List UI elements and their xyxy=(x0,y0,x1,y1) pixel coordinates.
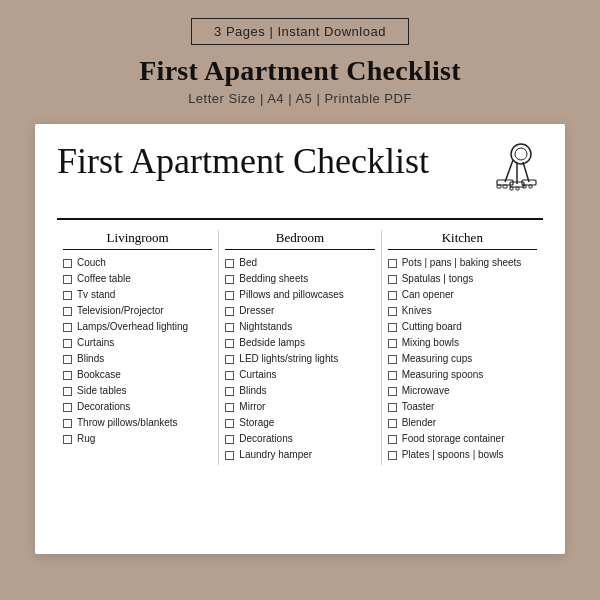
list-item: Blinds xyxy=(225,385,374,397)
list-item: Bedding sheets xyxy=(225,273,374,285)
item-label: Bookcase xyxy=(77,369,121,381)
checkbox[interactable] xyxy=(63,291,72,300)
item-label: Plates | spoons | bowls xyxy=(402,449,504,461)
column-livingroom: LivingroomCouchCoffee tableTv standTelev… xyxy=(57,230,219,465)
checkbox[interactable] xyxy=(63,323,72,332)
item-label: Curtains xyxy=(77,337,114,349)
list-item: Decorations xyxy=(225,433,374,445)
list-item: Curtains xyxy=(63,337,212,349)
item-label: Cutting board xyxy=(402,321,462,333)
checkbox[interactable] xyxy=(225,435,234,444)
checkbox[interactable] xyxy=(388,307,397,316)
checkbox[interactable] xyxy=(388,291,397,300)
checkbox[interactable] xyxy=(225,323,234,332)
list-item: Food storage container xyxy=(388,433,537,445)
item-label: Couch xyxy=(77,257,106,269)
item-label: Nightstands xyxy=(239,321,292,333)
checkbox[interactable] xyxy=(63,275,72,284)
subtitle: Letter Size | A4 | A5 | Printable PDF xyxy=(188,91,412,106)
item-label: Blinds xyxy=(239,385,266,397)
checkbox[interactable] xyxy=(388,259,397,268)
list-item: Cutting board xyxy=(388,321,537,333)
list-item: Pillows and pillowcases xyxy=(225,289,374,301)
svg-rect-13 xyxy=(529,185,532,188)
checkbox[interactable] xyxy=(388,451,397,460)
list-item: Throw pillows/blankets xyxy=(63,417,212,429)
item-label: Knives xyxy=(402,305,432,317)
checkbox[interactable] xyxy=(388,371,397,380)
checkbox[interactable] xyxy=(225,355,234,364)
checkbox[interactable] xyxy=(225,403,234,412)
checkbox[interactable] xyxy=(225,259,234,268)
item-label: Microwave xyxy=(402,385,450,397)
item-label: Can opener xyxy=(402,289,454,301)
svg-point-1 xyxy=(515,148,527,160)
checkbox[interactable] xyxy=(225,307,234,316)
list-item: Couch xyxy=(63,257,212,269)
svg-rect-4 xyxy=(497,185,501,188)
list-item: Bedside lamps xyxy=(225,337,374,349)
list-item: Measuring cups xyxy=(388,353,537,365)
list-item: Decorations xyxy=(63,401,212,413)
list-item: Microwave xyxy=(388,385,537,397)
item-label: Blender xyxy=(402,417,436,429)
checkbox[interactable] xyxy=(63,435,72,444)
checkbox[interactable] xyxy=(63,307,72,316)
item-label: Rug xyxy=(77,433,95,445)
checkbox[interactable] xyxy=(388,323,397,332)
list-item: Side tables xyxy=(63,385,212,397)
checkbox[interactable] xyxy=(388,419,397,428)
checkbox[interactable] xyxy=(63,339,72,348)
list-item: Can opener xyxy=(388,289,537,301)
svg-rect-5 xyxy=(503,185,507,188)
col-header-0: Livingroom xyxy=(63,230,212,250)
checkbox[interactable] xyxy=(63,403,72,412)
item-label: Dresser xyxy=(239,305,274,317)
checkbox[interactable] xyxy=(225,275,234,284)
doc-title: First Apartment Checklist xyxy=(57,142,483,182)
checkbox[interactable] xyxy=(388,339,397,348)
item-label: Curtains xyxy=(239,369,276,381)
col-header-1: Bedroom xyxy=(225,230,374,250)
list-item: Mixing bowls xyxy=(388,337,537,349)
checkbox[interactable] xyxy=(225,371,234,380)
list-item: Blinds xyxy=(63,353,212,365)
keys-icon xyxy=(483,142,543,212)
item-label: Bed xyxy=(239,257,257,269)
list-item: Spatulas | tongs xyxy=(388,273,537,285)
checkbox[interactable] xyxy=(388,403,397,412)
checkbox[interactable] xyxy=(225,387,234,396)
checkbox[interactable] xyxy=(225,451,234,460)
checkbox[interactable] xyxy=(225,291,234,300)
checkbox[interactable] xyxy=(63,355,72,364)
list-item: Bed xyxy=(225,257,374,269)
checkbox[interactable] xyxy=(388,387,397,396)
svg-line-2 xyxy=(505,160,513,182)
list-item: Television/Projector xyxy=(63,305,212,317)
checkbox[interactable] xyxy=(388,275,397,284)
item-label: Side tables xyxy=(77,385,126,397)
item-label: Mirror xyxy=(239,401,265,413)
list-item: Knives xyxy=(388,305,537,317)
column-kitchen: KitchenPots | pans | baking sheetsSpatul… xyxy=(382,230,543,465)
badge-text: 3 Pages | Instant Download xyxy=(214,24,386,39)
column-bedroom: BedroomBedBedding sheetsPillows and pill… xyxy=(219,230,381,465)
item-label: Pots | pans | baking sheets xyxy=(402,257,522,269)
item-label: Bedding sheets xyxy=(239,273,308,285)
list-item: Laundry hamper xyxy=(225,449,374,461)
checkbox[interactable] xyxy=(63,371,72,380)
bottom-fade xyxy=(35,514,565,554)
svg-point-0 xyxy=(511,144,531,164)
checkbox[interactable] xyxy=(225,419,234,428)
checkbox[interactable] xyxy=(388,355,397,364)
checkbox[interactable] xyxy=(388,435,397,444)
list-item: Toaster xyxy=(388,401,537,413)
main-title: First Apartment Checklist xyxy=(139,55,461,87)
list-item: Dresser xyxy=(225,305,374,317)
checkbox[interactable] xyxy=(225,339,234,348)
checkbox[interactable] xyxy=(63,419,72,428)
item-label: Mixing bowls xyxy=(402,337,459,349)
checkbox[interactable] xyxy=(63,259,72,268)
list-item: Nightstands xyxy=(225,321,374,333)
checkbox[interactable] xyxy=(63,387,72,396)
